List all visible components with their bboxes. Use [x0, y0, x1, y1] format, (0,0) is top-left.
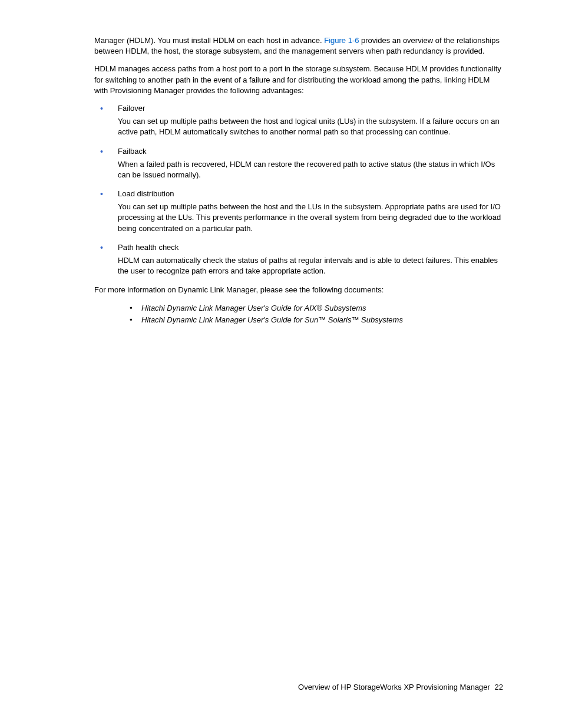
feature-title: Failover — [118, 103, 503, 114]
feature-body: You can set up multiple paths between th… — [118, 116, 503, 137]
list-item: Failover You can set up multiple paths b… — [94, 103, 503, 138]
para1-pre: Manager (HDLM). You must install HDLM on… — [94, 36, 324, 45]
intro-paragraph-1: Manager (HDLM). You must install HDLM on… — [94, 35, 503, 57]
list-item: Failback When a failed path is recovered… — [94, 146, 503, 181]
list-item: Hitachi Dynamic Link Manager User's Guid… — [130, 315, 503, 325]
feature-body: HDLM can automatically check the status … — [118, 255, 503, 276]
feature-title: Path health check — [118, 242, 503, 253]
feature-title: Load distribution — [118, 189, 503, 199]
more-info-paragraph: For more information on Dynamic Link Man… — [94, 285, 503, 295]
list-item: Hitachi Dynamic Link Manager User's Guid… — [130, 303, 503, 314]
feature-list: Failover You can set up multiple paths b… — [94, 103, 503, 276]
feature-body: You can set up multiple paths between th… — [118, 202, 503, 234]
intro-paragraph-2: HDLM manages access paths from a host po… — [94, 64, 503, 96]
feature-body: When a failed path is recovered, HDLM ca… — [118, 159, 503, 180]
footer-text: Overview of HP StorageWorks XP Provision… — [298, 683, 490, 691]
figure-link[interactable]: Figure 1-6 — [324, 36, 359, 45]
feature-title: Failback — [118, 146, 503, 157]
list-item: Load distribution You can set up multipl… — [94, 189, 503, 234]
page-footer: Overview of HP StorageWorks XP Provision… — [298, 682, 503, 693]
page-number: 22 — [495, 683, 503, 691]
document-list: Hitachi Dynamic Link Manager User's Guid… — [130, 303, 503, 325]
list-item: Path health check HDLM can automatically… — [94, 242, 503, 277]
